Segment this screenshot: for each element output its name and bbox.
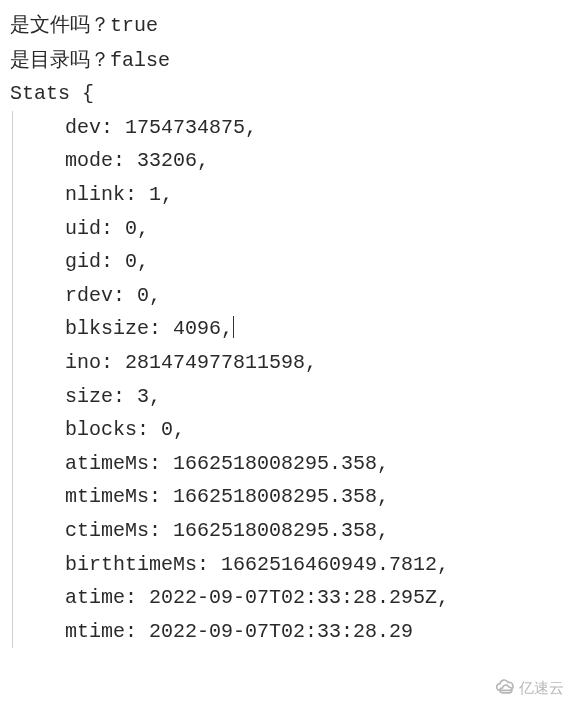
stat-dev: dev: 1754734875,: [41, 111, 570, 145]
stat-atime: atime: 2022-09-07T02:33:28.295Z,: [41, 581, 570, 615]
stats-open: Stats {: [10, 77, 570, 111]
stat-atimeMs: atimeMs: 1662518008295.358,: [41, 447, 570, 481]
stat-size: size: 3,: [41, 380, 570, 414]
stat-mtime: mtime: 2022-09-07T02:33:28.29: [41, 615, 570, 649]
stat-birthtimeMs: birthtimeMs: 1662516460949.7812,: [41, 548, 570, 582]
stat-blocks: blocks: 0,: [41, 413, 570, 447]
stat-gid: gid: 0,: [41, 245, 570, 279]
is-file-value: true: [110, 14, 158, 37]
stat-blksize: blksize: 4096,: [41, 317, 233, 340]
stat-ctimeMs: ctimeMs: 1662518008295.358,: [41, 514, 570, 548]
cloud-icon: [495, 677, 515, 697]
stats-block: dev: 1754734875, mode: 33206, nlink: 1, …: [12, 111, 570, 649]
stat-rdev: rdev: 0,: [41, 279, 570, 313]
is-file-line: 是文件吗？true: [10, 8, 570, 43]
stat-uid: uid: 0,: [41, 212, 570, 246]
is-dir-label: 是目录吗？: [10, 48, 110, 70]
watermark: 亿速云: [489, 673, 570, 702]
text-cursor: [233, 316, 234, 338]
stat-nlink: nlink: 1,: [41, 178, 570, 212]
watermark-text: 亿速云: [519, 675, 564, 700]
stat-blksize-line: blksize: 4096,: [41, 312, 570, 346]
is-dir-value: false: [110, 49, 170, 72]
is-file-label: 是文件吗？: [10, 13, 110, 35]
stat-mtimeMs: mtimeMs: 1662518008295.358,: [41, 480, 570, 514]
is-dir-line: 是目录吗？false: [10, 43, 570, 78]
stat-ino: ino: 281474977811598,: [41, 346, 570, 380]
stat-mode: mode: 33206,: [41, 144, 570, 178]
